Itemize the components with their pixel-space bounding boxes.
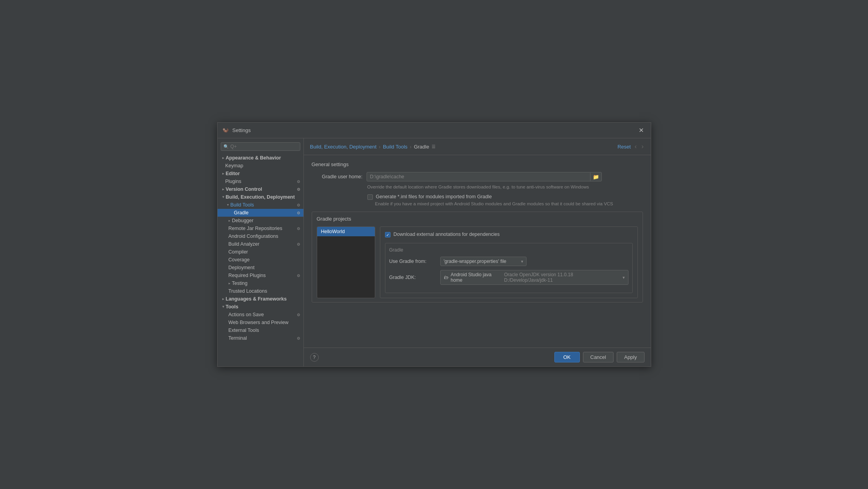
gradle-projects-title: Gradle projects — [317, 216, 638, 222]
gradle-jdk-row: Gradle JDK: 🗁 Android Studio java home O… — [389, 270, 628, 285]
sidebar-item-deployment[interactable]: Deployment — [218, 264, 303, 272]
breadcrumb-menu-icon[interactable]: ☰ — [432, 144, 436, 149]
download-annotations-checkbox[interactable] — [385, 232, 390, 237]
generate-iml-hint: Enable if you have a mixed project with … — [375, 201, 643, 206]
help-button[interactable]: ? — [310, 353, 319, 362]
title-bar: 🦦 Settings ✕ — [218, 123, 651, 138]
sidebar-item-label: Tools — [226, 304, 238, 310]
sidebar-item-label: Remote Jar Repositories — [229, 226, 283, 231]
sidebar-item-version-control[interactable]: ▸ Version Control ⚙ — [218, 185, 303, 193]
sidebar-item-label: Web Browsers and Preview — [229, 320, 289, 325]
main-panel: Build, Execution, Deployment › Build Too… — [304, 138, 651, 366]
settings-dialog: 🦦 Settings ✕ 🔍 ▸ Appearance & Behavior K… — [217, 122, 651, 367]
arrow-icon: ▸ — [222, 172, 224, 176]
close-button[interactable]: ✕ — [636, 126, 646, 135]
sidebar-item-external-tools[interactable]: External Tools — [218, 326, 303, 334]
gradle-subsection: Gradle Use Gradle from: 'gradle-wrapper.… — [385, 243, 633, 293]
sidebar-item-appearance[interactable]: ▸ Appearance & Behavior — [218, 154, 303, 162]
use-gradle-from-select[interactable]: 'gradle-wrapper.properties' file — [440, 257, 527, 266]
gradle-jdk-detail: Oracle OpenJDK version 11.0.18 D:/Develo… — [504, 272, 617, 283]
use-gradle-from-label: Use Gradle from: — [389, 259, 436, 264]
sidebar-item-editor[interactable]: ▸ Editor — [218, 170, 303, 177]
arrow-icon: ▸ — [226, 204, 230, 206]
gradle-jdk-value: Android Studio java home — [451, 272, 502, 283]
sidebar-item-label: Plugins — [225, 179, 242, 184]
gradle-jdk-select[interactable]: 🗁 Android Studio java home Oracle OpenJD… — [440, 270, 628, 285]
content-area: 🔍 ▸ Appearance & Behavior Keymap ▸ Edito… — [218, 138, 651, 366]
sidebar-item-plugins[interactable]: Plugins ⚙ — [218, 177, 303, 185]
breadcrumb-bar: Build, Execution, Deployment › Build Too… — [304, 138, 651, 155]
sidebar-item-label: Build Analyzer — [229, 241, 260, 247]
gradle-subsection-header: Gradle — [389, 247, 628, 253]
search-input[interactable] — [231, 144, 298, 149]
breadcrumb-part1[interactable]: Build, Execution, Deployment — [310, 144, 377, 150]
jdk-dropdown-arrow: ▾ — [623, 275, 625, 280]
sidebar-item-label: Actions on Save — [229, 312, 264, 317]
project-item-helloworld[interactable]: HelloWorld — [317, 227, 375, 236]
sidebar-item-web-browsers[interactable]: Web Browsers and Preview — [218, 319, 303, 326]
folder-browse-button[interactable]: 📁 — [590, 173, 601, 181]
dialog-title: Settings — [232, 127, 251, 133]
sidebar-item-required-plugins[interactable]: Required Plugins ⚙ — [218, 272, 303, 279]
bottom-buttons: OK Cancel Apply — [554, 352, 645, 362]
sidebar-item-label: Gradle — [234, 210, 249, 216]
sidebar-item-label: Trusted Locations — [229, 288, 267, 294]
sidebar-item-tools[interactable]: ▸ Tools — [218, 303, 303, 311]
sidebar-item-testing[interactable]: ▸ Testing — [218, 279, 303, 287]
sidebar-item-label: Build Tools — [231, 202, 254, 208]
config-icon: ⚙ — [297, 313, 300, 317]
sidebar-item-build-tools[interactable]: ▸ Build Tools ⚙ — [218, 201, 303, 209]
project-list: HelloWorld — [317, 226, 375, 298]
config-icon: ⚙ — [297, 273, 300, 278]
gradle-user-home-label: Gradle user home: — [312, 174, 363, 179]
generate-iml-row: Generate *.iml files for modules importe… — [367, 194, 643, 200]
breadcrumb-part2[interactable]: Build Tools — [383, 144, 408, 150]
title-bar-left: 🦦 Settings — [222, 127, 251, 134]
forward-button[interactable]: › — [641, 142, 644, 151]
gradle-user-home-input-wrap: 📁 — [367, 172, 602, 181]
download-annotations-label: Download external annotations for depend… — [394, 232, 500, 237]
sidebar-item-label: Appearance & Behavior — [226, 155, 281, 161]
arrow-icon: ▸ — [229, 281, 231, 285]
reset-link[interactable]: Reset — [617, 144, 631, 150]
sidebar-item-actions-on-save[interactable]: Actions on Save ⚙ — [218, 311, 303, 319]
sidebar-item-build-analyzer[interactable]: Build Analyzer ⚙ — [218, 240, 303, 248]
use-gradle-from-row: Use Gradle from: 'gradle-wrapper.propert… — [389, 257, 628, 266]
sidebar-item-label: Editor — [226, 171, 240, 176]
sidebar-item-android-configs[interactable]: Android Configurations — [218, 232, 303, 240]
search-icon: 🔍 — [223, 144, 229, 149]
gradle-user-home-hint: Override the default location where Grad… — [367, 185, 643, 189]
cancel-button[interactable]: Cancel — [583, 352, 614, 362]
sidebar-item-remote-jar[interactable]: Remote Jar Repositories ⚙ — [218, 225, 303, 232]
config-icon: ⚙ — [297, 336, 300, 340]
jdk-folder-icon: 🗁 — [444, 275, 449, 280]
sidebar-item-trusted-locations[interactable]: Trusted Locations — [218, 287, 303, 295]
arrow-icon: ▸ — [222, 297, 224, 301]
back-button[interactable]: ‹ — [634, 142, 637, 151]
sidebar-item-debugger[interactable]: ▸ Debugger — [218, 217, 303, 225]
project-settings: Download external annotations for depend… — [380, 226, 638, 298]
sidebar-item-compiler[interactable]: Compiler — [218, 248, 303, 256]
apply-button[interactable]: Apply — [617, 352, 645, 362]
sidebar-item-label: Keymap — [225, 163, 243, 168]
sidebar-item-coverage[interactable]: Coverage — [218, 256, 303, 264]
use-gradle-from-wrap: 'gradle-wrapper.properties' file — [440, 257, 527, 266]
gradle-user-home-input[interactable] — [367, 172, 590, 181]
sidebar-item-label: Testing — [232, 281, 248, 286]
ok-button[interactable]: OK — [554, 352, 580, 362]
general-settings-title: General settings — [312, 161, 643, 167]
sidebar-item-languages[interactable]: ▸ Languages & Frameworks — [218, 295, 303, 303]
breadcrumb-part3: Gradle — [414, 144, 429, 150]
generate-iml-label: Generate *.iml files for modules importe… — [376, 194, 492, 199]
sidebar-item-gradle[interactable]: Gradle ⚙ — [218, 209, 303, 217]
search-box[interactable]: 🔍 — [221, 142, 300, 151]
generate-iml-checkbox[interactable] — [367, 194, 373, 200]
config-icon: ⚙ — [297, 226, 300, 231]
sidebar-item-build-exec[interactable]: ▸ Build, Execution, Deployment — [218, 193, 303, 201]
breadcrumb-sep2: › — [410, 144, 411, 150]
sidebar-item-terminal[interactable]: Terminal ⚙ — [218, 334, 303, 342]
sidebar-item-label: Terminal — [229, 335, 247, 341]
config-icon: ⚙ — [297, 211, 300, 215]
arrow-icon: ▸ — [221, 306, 225, 308]
sidebar-item-keymap[interactable]: Keymap — [218, 162, 303, 170]
